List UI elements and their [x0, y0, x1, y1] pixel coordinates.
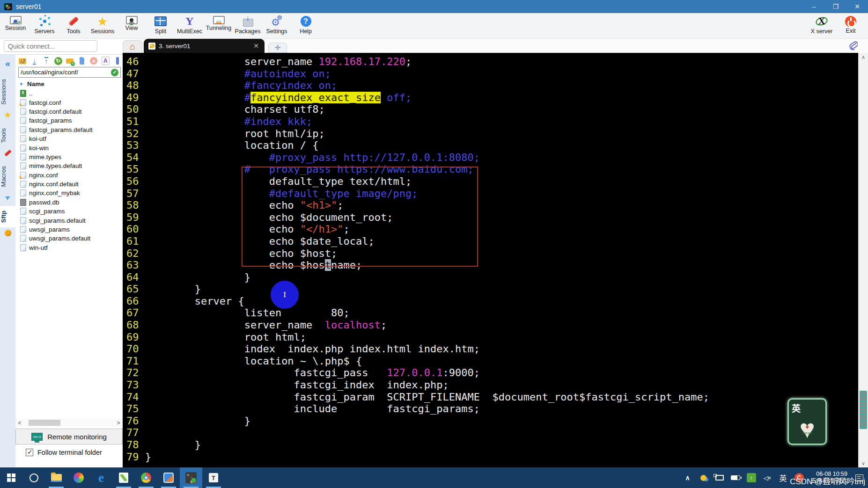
- tab-close-icon[interactable]: ✕: [225, 42, 259, 50]
- file-row[interactable]: uwsgi_params.default: [15, 234, 123, 243]
- taskbar-app-start[interactable]: [0, 467, 22, 488]
- terminal-scrollbar[interactable]: ∧ ∨: [858, 53, 868, 467]
- new-tab-button[interactable]: ✛: [268, 43, 287, 53]
- sort-triangle-icon[interactable]: ▾: [20, 81, 22, 87]
- taskbar-app-cortana[interactable]: [22, 467, 45, 488]
- quick-connect-input[interactable]: [4, 40, 97, 52]
- toolbar-item-sessions[interactable]: Sessions: [88, 13, 117, 35]
- toolbar-item-exit[interactable]: Exit: [836, 13, 865, 35]
- file-row[interactable]: scgi_params: [15, 207, 123, 216]
- file-row[interactable]: nginx.conf.default: [15, 180, 123, 189]
- sftp-path-row[interactable]: /usr/local/nginx/conf/ ✓: [18, 67, 121, 78]
- delete-icon[interactable]: [89, 57, 98, 65]
- sftp-path-input[interactable]: /usr/local/nginx/conf/: [21, 69, 111, 76]
- taskbar-app-moba[interactable]: [180, 467, 202, 488]
- paperclip-icon[interactable]: [849, 40, 858, 52]
- file-row[interactable]: win-utf: [15, 243, 123, 252]
- packages-icon: [242, 15, 254, 28]
- minimize-button[interactable]: –: [803, 0, 825, 13]
- sidebar-tab-sessions[interactable]: Sessions: [0, 74, 15, 109]
- tray-network-icon[interactable]: [713, 467, 727, 488]
- file-row[interactable]: koi-utf: [15, 134, 123, 143]
- tray-battery-icon[interactable]: [728, 467, 743, 488]
- vscroll-thumb[interactable]: [860, 391, 867, 429]
- split-icon: [154, 15, 167, 28]
- toolbar-item-session[interactable]: Session: [1, 13, 30, 35]
- plane-icon: [3, 193, 13, 202]
- file-row[interactable]: fastcgi.conf: [15, 98, 123, 107]
- tray-cloud-icon[interactable]: [697, 467, 711, 488]
- file-icon: [20, 217, 26, 224]
- tab-server01[interactable]: 3. server01 ✕: [144, 39, 265, 53]
- tray-updater-icon[interactable]: ↑: [744, 467, 758, 488]
- file-row[interactable]: nginx.conf_mybak: [15, 189, 123, 197]
- new-folder-icon[interactable]: [66, 57, 74, 65]
- toolbar-item-split[interactable]: Split: [146, 13, 175, 35]
- file-list-header[interactable]: ▾ Name: [15, 78, 123, 89]
- terminal-text-segment: index index.php index.html index.htm;: [145, 343, 480, 355]
- taskbar-app-explorer[interactable]: [45, 467, 67, 488]
- file-icon: [20, 181, 26, 188]
- file-row[interactable]: ..: [15, 89, 123, 98]
- folder-up-icon[interactable]: [18, 57, 27, 65]
- sidebar-tab-macros[interactable]: Macros: [0, 161, 15, 191]
- file-row[interactable]: fastcgi_params.default: [15, 125, 123, 134]
- file-row[interactable]: passwd.db: [15, 198, 123, 207]
- file-row[interactable]: nginx.conf: [15, 171, 123, 180]
- toolbar-item-packages[interactable]: Packages: [233, 13, 262, 35]
- file-row[interactable]: mime.types.default: [15, 161, 123, 170]
- toolbar-item-settings[interactable]: Settings: [262, 13, 291, 35]
- tray-volume-muted[interactable]: ◁×: [760, 467, 774, 488]
- tray-csdn-icon[interactable]: C: [792, 467, 806, 488]
- toolbar-item-multiexec[interactable]: MultiExec: [175, 13, 204, 35]
- name-column-header[interactable]: Name: [27, 80, 44, 87]
- terminal-text-segment: }: [145, 283, 201, 295]
- new-file-icon[interactable]: [78, 57, 86, 65]
- download-icon[interactable]: [30, 57, 38, 65]
- toolbar-item-x-server[interactable]: X server: [807, 13, 836, 35]
- taskbar-app-edge[interactable]: e: [90, 467, 112, 488]
- scroll-down-arrow[interactable]: ∨: [859, 459, 868, 467]
- ime-indicator[interactable]: 英: [776, 467, 790, 488]
- tray-chevron-button[interactable]: ∧: [681, 467, 695, 488]
- file-row[interactable]: scgi_params.default: [15, 216, 123, 225]
- file-row[interactable]: koi-win: [15, 143, 123, 152]
- taskbar-app-npp[interactable]: [112, 467, 135, 488]
- taskbar-app-chrome[interactable]: [135, 467, 157, 488]
- scroll-left-arrow[interactable]: <: [15, 420, 24, 426]
- refresh-icon[interactable]: [54, 57, 62, 65]
- sidebar-tab-sftp[interactable]: Sftp: [0, 206, 15, 227]
- taskbar-app-textpad[interactable]: T: [202, 467, 225, 488]
- action-center-button[interactable]: [852, 467, 866, 488]
- file-row[interactable]: fastcgi_params: [15, 116, 123, 125]
- home-tab[interactable]: [123, 40, 142, 53]
- rename-icon[interactable]: [101, 57, 110, 65]
- file-row[interactable]: uwsgi_params: [15, 225, 123, 234]
- file-row[interactable]: fastcgi.conf.default: [15, 107, 123, 116]
- toolbar-item-tools[interactable]: Tools: [59, 13, 88, 35]
- hscroll-track[interactable]: [24, 419, 114, 427]
- file-row[interactable]: mime.types: [15, 153, 123, 161]
- toolbar-item-tunneling[interactable]: Tunneling: [204, 13, 233, 35]
- upload-icon[interactable]: [42, 57, 51, 65]
- windows-taskbar: eT ∧ ↑ ◁× 英 C 06-08 10:59 五月初六 周六: [0, 467, 868, 488]
- taskbar-app-vmware[interactable]: [157, 467, 180, 488]
- toolbar-item-view[interactable]: View: [117, 13, 146, 35]
- horizontal-scrollbar[interactable]: < >: [15, 419, 123, 427]
- remote-monitoring-button[interactable]: Remote monitoring: [15, 429, 123, 444]
- taskbar-clock[interactable]: 06-08 10:59 五月初六 周六: [808, 471, 850, 485]
- scroll-right-arrow[interactable]: >: [114, 420, 123, 426]
- clipped-icon[interactable]: [113, 57, 122, 65]
- toolbar-item-help[interactable]: Help: [291, 13, 320, 35]
- close-button[interactable]: ✕: [846, 0, 868, 13]
- taskbar-app-pinwheel[interactable]: [67, 467, 90, 488]
- collapse-sidebar-button[interactable]: «: [0, 55, 15, 73]
- terminal[interactable]: 46 server_name 192.168.17.220;47 #autoin…: [123, 53, 858, 467]
- scroll-up-arrow[interactable]: ∧: [859, 53, 868, 61]
- toolbar-item-servers[interactable]: Servers: [30, 13, 59, 35]
- hscroll-thumb[interactable]: [29, 420, 60, 426]
- follow-terminal-checkbox[interactable]: [26, 449, 33, 456]
- path-ok-icon[interactable]: ✓: [111, 69, 118, 76]
- sidebar-tab-tools[interactable]: Tools: [0, 124, 15, 148]
- maximize-button[interactable]: ❐: [825, 0, 846, 13]
